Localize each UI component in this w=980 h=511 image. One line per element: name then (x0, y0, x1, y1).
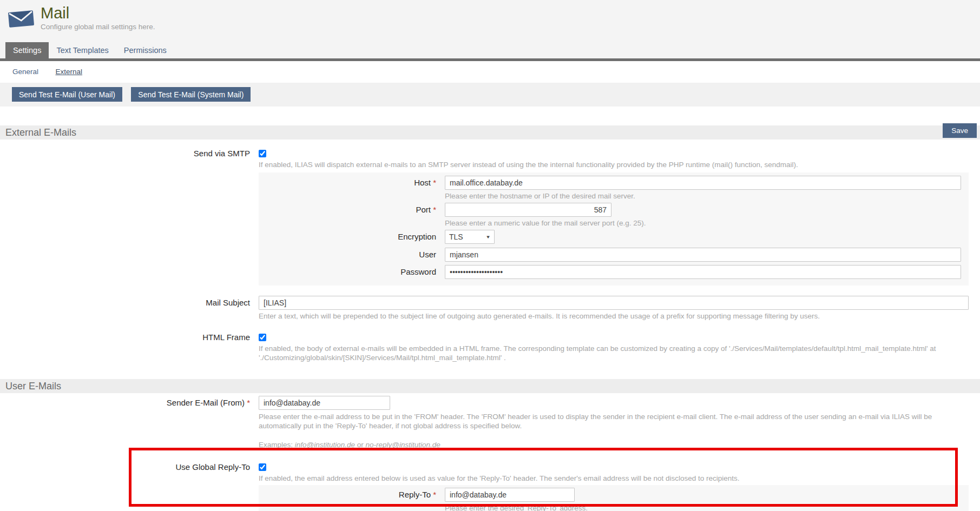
field-label-smtp: Send via SMTP (194, 149, 250, 158)
row-html-frame: HTML Frame If enabled, the body of exter… (0, 333, 969, 362)
save-button[interactable]: Save (943, 123, 977, 138)
user-emails-section-header: User E-Mails (0, 379, 980, 393)
tab-settings[interactable]: Settings (5, 42, 49, 58)
reply-to-input[interactable] (445, 488, 575, 502)
field-label-user: User (419, 250, 436, 259)
mail-subject-byline: Enter a text, which will be prepended to… (259, 311, 969, 321)
reply-to-subpanel: Reply-To * Please enter the desired 'Rep… (259, 485, 969, 511)
field-label-host: Host * (414, 178, 436, 187)
host-byline: Please enter the hostname or IP of the d… (445, 191, 961, 201)
required-marker: * (433, 490, 436, 499)
row-password: Password (259, 265, 969, 279)
use-global-reply-to-byline: If enabled, the email address entered be… (259, 474, 969, 483)
tab-permissions[interactable]: Permissions (116, 42, 174, 58)
subtab-general[interactable]: General (12, 68, 38, 76)
port-byline: Please enter a numeric value for the mai… (445, 218, 961, 228)
sender-email-byline: Please enter the e-mail address to be pu… (259, 412, 969, 430)
page-title: Mail (41, 5, 155, 21)
field-label-encryption: Encryption (398, 232, 436, 241)
password-input[interactable] (445, 265, 961, 279)
row-encryption: Encryption TLS ▼ (259, 230, 969, 244)
user-input[interactable] (445, 248, 961, 262)
field-label-mail-subject: Mail Subject (206, 298, 250, 307)
smtp-subpanel: Host * Please enter the hostname or IP o… (259, 172, 969, 286)
external-emails-section: External E-Mails Save Send via SMTP If e… (0, 125, 980, 372)
sub-tab-bar: General External (0, 61, 980, 83)
field-label-reply-to: Reply-To * (399, 490, 436, 499)
required-marker: * (247, 398, 250, 407)
send-test-email-system-button[interactable]: Send Test E-Mail (System Mail) (131, 87, 251, 102)
html-frame-checkbox[interactable] (259, 334, 266, 341)
user-emails-section: User E-Mails Sender E-Mail (From) * Plea… (0, 379, 980, 511)
use-global-reply-to-checkbox[interactable] (259, 463, 266, 471)
external-emails-section-header: External E-Mails Save (0, 125, 980, 140)
smtp-byline: If enabled, ILIAS will dispatch external… (259, 160, 969, 169)
sender-email-examples: Examples: info@institution.de or no-repl… (259, 440, 969, 449)
required-marker: * (433, 178, 436, 187)
reply-to-byline: Please enter the desired 'Reply-To' addr… (445, 503, 961, 511)
field-label-port: Port * (416, 205, 436, 214)
tab-text-templates[interactable]: Text Templates (49, 42, 116, 58)
section-title-user-emails: User E-Mails (5, 379, 980, 393)
subtab-external[interactable]: External (55, 68, 82, 76)
field-label-sender: Sender E-Mail (From) * (167, 398, 250, 407)
host-input[interactable] (445, 176, 961, 190)
row-sender-email: Sender E-Mail (From) * Please enter the … (0, 393, 969, 449)
encryption-selected-value: TLS (449, 233, 463, 241)
external-emails-form: Send via SMTP If enabled, ILIAS will dis… (0, 140, 980, 372)
row-send-via-smtp: Send via SMTP If enabled, ILIAS will dis… (0, 140, 969, 286)
required-marker: * (433, 205, 436, 214)
user-emails-form: Sender E-Mail (From) * Please enter the … (0, 393, 980, 511)
encryption-select[interactable]: TLS ▼ (445, 230, 495, 244)
row-user: User (259, 248, 969, 262)
field-label-use-global-reply-to: Use Global Reply-To (175, 462, 250, 472)
section-title-external: External E-Mails (5, 125, 980, 140)
smtp-checkbox[interactable] (259, 150, 266, 157)
port-input[interactable] (445, 203, 611, 217)
row-host: Host * Please enter the hostname or IP o… (259, 176, 969, 201)
row-reply-to: Reply-To * Please enter the desired 'Rep… (259, 488, 969, 511)
row-port: Port * Please enter a numeric value for … (259, 203, 969, 228)
field-label-html-frame: HTML Frame (202, 333, 250, 342)
html-frame-byline: If enabled, the body of external e-mails… (259, 344, 969, 362)
row-use-global-reply-to: Use Global Reply-To If enabled, the emai… (0, 462, 969, 511)
mail-icon (8, 8, 34, 42)
mail-settings-page: Mail Configure global mail settings here… (0, 0, 980, 511)
row-mail-subject: Mail Subject Enter a text, which will be… (0, 296, 969, 321)
test-email-toolbar: Send Test E-Mail (User Mail) Send Test E… (0, 83, 980, 107)
page-subtitle: Configure global mail settings here. (41, 23, 155, 31)
sender-email-input[interactable] (259, 396, 390, 410)
mail-subject-input[interactable] (259, 296, 969, 310)
main-tab-bar: Settings Text Templates Permissions (5, 42, 980, 58)
send-test-email-user-button[interactable]: Send Test E-Mail (User Mail) (12, 87, 122, 102)
field-label-password: Password (400, 267, 436, 276)
page-header: Mail Configure global mail settings here… (0, 0, 980, 58)
caret-down-icon: ▼ (485, 235, 491, 240)
